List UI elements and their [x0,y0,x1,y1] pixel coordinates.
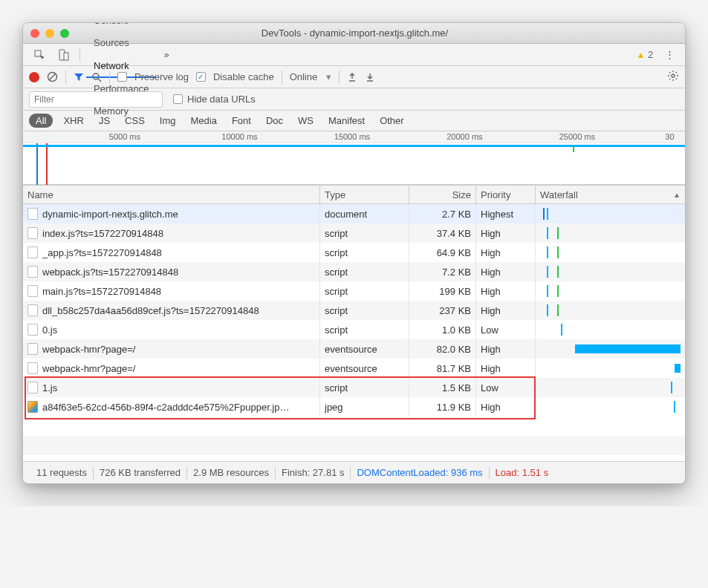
request-name: webpack-hmr?page=/ [42,344,135,355]
request-waterfall [536,204,685,223]
type-img[interactable]: Img [155,114,181,128]
timeline-tick: 20000 ms [446,132,482,141]
hide-urls-label: Hide data URLs [187,94,256,105]
inspect-icon[interactable] [29,46,50,64]
table-row[interactable]: dynamic-import-nextjs.glitch.medocument2… [23,204,685,223]
request-priority: Low [476,378,536,397]
header-priority[interactable]: Priority [476,186,536,203]
file-icon [27,285,38,297]
request-size: 81.7 KB [409,359,476,378]
header-size[interactable]: Size [409,186,476,203]
request-type: script [320,301,409,320]
upload-icon[interactable] [347,72,357,82]
timeline-tick: 10000 ms [221,132,257,141]
table-row[interactable]: webpack-hmr?page=/eventsource81.7 KBHigh [23,359,685,378]
table-row[interactable]: main.js?ts=1572270914848script199 KBHigh [23,281,685,301]
table-row[interactable]: index.js?ts=1572270914848script37.4 KBHi… [23,223,685,243]
request-priority: High [476,397,536,416]
svg-point-7 [672,74,675,77]
status-bar: 11 requests 726 KB transferred 2.9 MB re… [23,461,685,483]
request-size: 37.4 KB [409,223,476,243]
timeline-tick: 25000 ms [559,132,595,141]
warning-badge[interactable]: ▲2 [636,50,653,60]
request-priority: High [476,243,536,262]
request-name: dynamic-import-nextjs.glitch.me [42,209,178,220]
disable-cache-checkbox[interactable] [196,72,206,82]
svg-point-5 [93,74,99,79]
file-icon [27,227,38,239]
sort-icon: ▲ [673,191,681,199]
request-waterfall [536,301,685,320]
type-other[interactable]: Other [375,114,409,128]
request-size: 1.0 KB [409,320,476,339]
svg-line-4 [49,74,56,80]
throttling-select[interactable]: Online▾ [290,71,332,82]
request-size: 237 KB [409,301,476,320]
warning-icon: ▲ [636,50,645,60]
request-type: eventsource [320,359,409,378]
file-icon [27,362,38,374]
type-font[interactable]: Font [227,114,256,128]
type-js[interactable]: JS [94,114,114,128]
request-type: eventsource [320,339,409,359]
timeline-tick: 30 [665,132,674,141]
timeline-tick: 15000 ms [334,132,370,141]
type-all[interactable]: All [29,114,53,128]
table-row[interactable]: 1.jsscript1.5 KBLow [23,378,685,397]
search-icon[interactable] [91,72,102,82]
type-manifest[interactable]: Manifest [324,114,369,128]
table-row[interactable]: webpack-hmr?page=/eventsource82.0 KBHigh [23,339,685,359]
request-priority: High [476,262,536,281]
timeline-overview[interactable]: 5000 ms10000 ms15000 ms20000 ms25000 ms3… [23,131,685,185]
file-icon [27,324,38,336]
status-resources: 2.9 MB resources [187,467,275,478]
header-name[interactable]: Name [23,186,320,203]
request-priority: High [476,339,536,359]
filter-input[interactable] [29,91,163,108]
type-css[interactable]: CSS [120,114,149,128]
request-size: 7.2 KB [409,262,476,281]
header-type[interactable]: Type [320,186,409,203]
request-type: script [320,378,409,397]
device-icon[interactable] [53,46,74,64]
type-xhr[interactable]: XHR [59,114,88,128]
devtools-window: DevTools - dynamic-import-nextjs.glitch.… [22,22,686,484]
preserve-log-label: Preserve log [134,71,189,82]
request-type: script [320,243,409,262]
type-doc[interactable]: Doc [262,114,288,128]
request-priority: Highest [476,204,536,223]
hide-urls-checkbox[interactable] [173,94,183,104]
table-row[interactable]: dll_b58c257da4aa56d89cef.js?ts=157227091… [23,301,685,320]
tab-sources[interactable]: Sources [86,32,156,54]
preserve-log-checkbox[interactable] [117,72,127,82]
table-row[interactable]: webpack.js?ts=1572270914848script7.2 KBH… [23,262,685,281]
type-media[interactable]: Media [186,114,221,128]
status-load: Load: 1.51 s [490,467,555,478]
request-waterfall [536,262,685,281]
request-priority: High [476,281,536,301]
request-name: index.js?ts=1572270914848 [42,228,163,239]
request-name: webpack-hmr?page=/ [42,363,135,374]
request-priority: High [476,359,536,378]
more-icon[interactable]: ⋮ [660,46,679,63]
type-filter-bar: All XHRJSCSSImgMediaFontDocWSManifestOth… [23,111,685,131]
filter-icon[interactable] [74,72,84,82]
clear-icon[interactable] [47,71,58,82]
overflow-icon[interactable]: » [159,46,173,63]
record-button[interactable] [29,72,39,82]
table-row[interactable]: a84f63e5-62cd-456b-89f4-c2adddc4e575%2Fp… [23,397,685,416]
tab-console[interactable]: Console [86,22,156,32]
file-icon [27,208,38,220]
status-domcontentloaded: DOMContentLoaded: 936 ms [351,467,488,478]
header-waterfall[interactable]: Waterfall▲ [536,186,685,203]
request-type: script [320,320,409,339]
request-type: jpeg [320,397,409,416]
type-ws[interactable]: WS [293,114,318,128]
table-row[interactable]: 0.jsscript1.0 KBLow [23,320,685,339]
download-icon[interactable] [365,72,375,82]
gear-icon[interactable] [667,70,679,82]
table-row[interactable]: _app.js?ts=1572270914848script64.9 KBHig… [23,243,685,262]
request-size: 11.9 KB [409,397,476,416]
request-name: 0.js [42,324,57,336]
request-table: dynamic-import-nextjs.glitch.medocument2… [23,204,685,461]
